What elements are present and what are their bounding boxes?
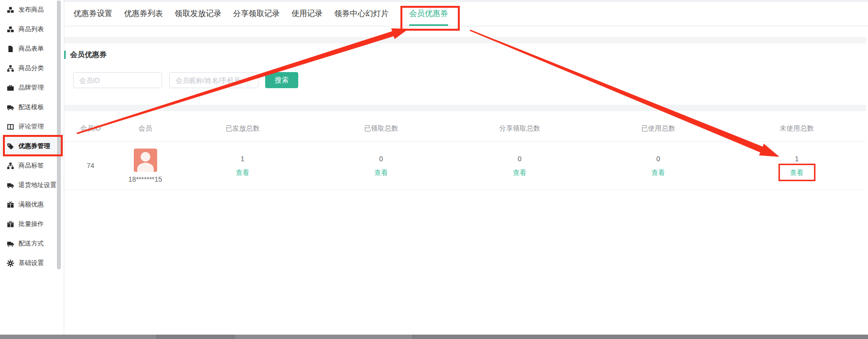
sidebar-item[interactable]: 品牌管理 <box>0 78 56 97</box>
table-column-header: 已领取总数 <box>312 124 451 133</box>
sitemap-icon <box>7 162 14 170</box>
tab-label: 优惠券设置 <box>73 9 112 19</box>
sidebar-item[interactable]: 商品表单 <box>0 39 56 58</box>
main-content: 优惠券设置优惠券列表领取发放记录分享领取记录使用记录领券中心幻灯片会员优惠券 会… <box>64 0 868 335</box>
table-column-header: 已发放总数 <box>173 124 312 133</box>
sidebar-item[interactable]: 评论管理 <box>0 117 56 136</box>
cubes-icon <box>7 6 14 14</box>
annotation-box-tab <box>400 6 460 31</box>
annotated-view-link-wrap: 查看 <box>790 168 804 177</box>
sidebar-item-label: 商品列表 <box>18 25 44 34</box>
spacer <box>64 37 866 43</box>
sidebar-item-label: 商品标签 <box>18 161 44 170</box>
tab[interactable]: 会员优惠券 <box>409 2 448 26</box>
stat-value: 0 <box>518 154 522 164</box>
tab-label: 优惠券列表 <box>124 9 163 19</box>
table-column-header: 分享领取总数 <box>451 124 589 133</box>
view-link[interactable]: 查看 <box>374 168 388 177</box>
tab-label: 领取发放记录 <box>175 9 221 19</box>
sidebar-item-label: 配送模板 <box>18 103 44 112</box>
view-link[interactable]: 查看 <box>790 169 804 176</box>
taskbar-segment <box>234 335 413 339</box>
gift-icon <box>7 221 14 228</box>
taskbar-segment <box>413 335 868 339</box>
table-row: 7418*******151查看0查看0查看0查看1查看 <box>64 142 866 190</box>
taskbar-segment <box>157 335 234 339</box>
sidebar-item[interactable]: 配送方式 <box>0 234 56 253</box>
view-link[interactable]: 查看 <box>235 168 249 177</box>
table-column-header: 会员ID <box>64 124 117 133</box>
sidebar-item-label: 基础设置 <box>18 259 44 267</box>
sidebar-item[interactable]: 配送模板 <box>0 97 56 117</box>
annotation-box-sidebar <box>3 135 63 156</box>
sidebar-item-label: 品牌管理 <box>18 83 44 92</box>
member-name-input[interactable] <box>169 72 258 88</box>
admin-coupon-page: 发布商品商品列表商品表单商品分类品牌管理配送模板评论管理优惠券管理商品标签退货地… <box>0 0 868 339</box>
panel-title-row: 会员优惠券 <box>64 43 866 59</box>
member-cell: 18*******15 <box>117 142 173 189</box>
sidebar-item[interactable]: 商品列表 <box>0 19 56 39</box>
tab[interactable]: 领取发放记录 <box>175 2 221 26</box>
sidebar-item-label: 评论管理 <box>18 122 44 131</box>
file-icon <box>7 45 14 53</box>
tab[interactable]: 优惠券列表 <box>124 2 163 26</box>
table-column-header: 未使用总数 <box>727 124 866 133</box>
sidebar: 发布商品商品列表商品表单商品分类品牌管理配送模板评论管理优惠券管理商品标签退货地… <box>0 0 64 335</box>
sidebar-item-label: 退货地址设置 <box>18 181 56 189</box>
stat-cell: 0查看 <box>312 142 451 189</box>
stat-cell: 0查看 <box>589 142 727 189</box>
tab[interactable]: 使用记录 <box>291 2 323 26</box>
member-id-cell: 74 <box>64 142 117 189</box>
table-body: 7418*******151查看0查看0查看0查看1查看 <box>64 142 866 190</box>
view-link[interactable]: 查看 <box>513 168 526 177</box>
sidebar-item-label: 发布商品 <box>18 5 44 14</box>
sidebar-item[interactable]: 商品标签 <box>0 156 56 175</box>
columns-icon <box>7 123 14 131</box>
briefcase-icon <box>7 84 14 92</box>
member-coupon-panel: 会员优惠券 搜索 <box>64 43 866 105</box>
truck-icon <box>7 104 14 111</box>
cubes-icon <box>7 26 14 33</box>
spacer <box>64 105 866 111</box>
gift-icon <box>7 201 14 208</box>
tab[interactable]: 优惠券设置 <box>73 2 112 26</box>
sidebar-item-label: 配送方式 <box>18 239 44 248</box>
stat-value: 1 <box>795 154 799 164</box>
sidebar-item[interactable]: 批量操作 <box>0 214 56 234</box>
member-phone: 18*******15 <box>128 175 162 183</box>
tab[interactable]: 分享领取记录 <box>233 2 280 26</box>
search-row: 搜索 <box>64 72 866 88</box>
sidebar-item[interactable]: 满额优惠 <box>0 195 56 214</box>
stat-cell: 1查看 <box>173 142 312 189</box>
stat-cell: 1查看 <box>727 142 866 189</box>
table-column-header: 已使用总数 <box>589 124 727 133</box>
sidebar-item[interactable]: 基础设置 <box>0 253 56 273</box>
panel-title: 会员优惠券 <box>70 50 107 59</box>
member-id-input[interactable] <box>73 72 162 88</box>
sidebar-item[interactable]: 商品分类 <box>0 58 56 78</box>
sidebar-nav: 发布商品商品列表商品表单商品分类品牌管理配送模板评论管理优惠券管理商品标签退货地… <box>0 0 64 273</box>
sidebar-item[interactable]: 优惠券管理 <box>0 136 56 156</box>
bottom-taskbar-strip <box>0 335 868 339</box>
stat-value: 0 <box>656 154 660 164</box>
search-button[interactable]: 搜索 <box>265 72 298 88</box>
member-avatar <box>134 149 157 172</box>
sidebar-item[interactable]: 退货地址设置 <box>0 175 56 195</box>
sidebar-item-label: 满额优惠 <box>18 200 44 209</box>
table-header: 会员ID会员已发放总数已领取总数分享领取总数已使用总数未使用总数 <box>64 111 866 142</box>
tab[interactable]: 领券中心幻灯片 <box>334 2 389 26</box>
stat-value: 1 <box>241 154 245 164</box>
tab-label: 领券中心幻灯片 <box>334 9 389 19</box>
stat-value: 0 <box>379 154 383 164</box>
coupon-tabbar: 优惠券设置优惠券列表领取发放记录分享领取记录使用记录领券中心幻灯片会员优惠券 <box>64 0 868 26</box>
stat-cell: 0查看 <box>451 142 589 189</box>
taskbar-segment <box>0 335 157 339</box>
sidebar-item[interactable]: 发布商品 <box>0 0 56 19</box>
member-coupon-table: 会员ID会员已发放总数已领取总数分享领取总数已使用总数未使用总数 7418***… <box>64 111 866 335</box>
truck-icon <box>7 182 14 189</box>
gear-icon <box>7 260 14 267</box>
table-column-header: 会员 <box>117 124 173 133</box>
truck-icon <box>7 240 14 247</box>
view-link[interactable]: 查看 <box>651 168 665 177</box>
tab-label: 使用记录 <box>291 9 323 19</box>
